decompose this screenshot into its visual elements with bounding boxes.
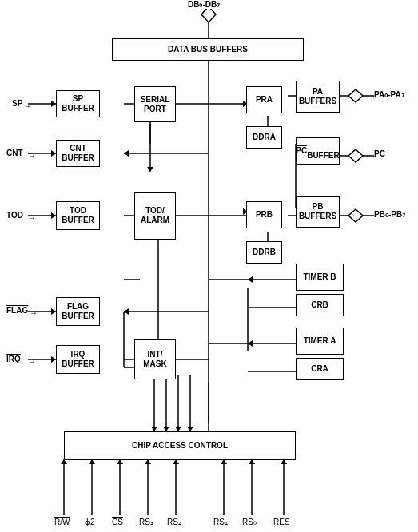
svg-marker-35 [348, 89, 363, 102]
timer-b-box: TIMER B [296, 264, 344, 291]
svg-marker-39 [348, 149, 363, 162]
svg-marker-48 [248, 276, 253, 283]
cnt-buffer-box: CNTBUFFER [56, 140, 100, 167]
flag-buffer-box: FLAGBUFFER [56, 297, 100, 326]
pb-signal-label: PB₀-PB₇ [374, 210, 405, 219]
svg-marker-44 [348, 209, 363, 222]
cnt-arrow: → [28, 151, 36, 160]
pa-signal-label: PA₀-PA₇ [374, 90, 404, 99]
svg-marker-51 [248, 340, 253, 347]
flag-arrow: → [30, 308, 38, 317]
serial-port-box: SERIALPORT [134, 86, 176, 122]
pra-box: PRA [246, 86, 282, 113]
tod-buffer-box: TODBUFFER [56, 201, 100, 230]
flag-signal-label: FLAG [6, 306, 28, 315]
pc-signal-label: PC [374, 149, 385, 158]
irq-arrow: → [28, 357, 36, 366]
svg-marker-11 [124, 150, 129, 157]
ddra-box: DDRA [246, 126, 282, 149]
rs1-label: RS₁ [213, 518, 228, 526]
cs-label: CS [112, 518, 123, 526]
tod-alarm-box: TOD/ALARM [134, 192, 176, 240]
svg-marker-0 [201, 6, 216, 22]
db-label: DB₀-DB₇ [188, 0, 220, 9]
ddrb-box: DDRB [246, 241, 282, 264]
tod-signal-label: TOD [6, 211, 23, 220]
cnt-signal-label: CNT [6, 149, 23, 157]
timer-a-box: TIMER A [296, 328, 344, 355]
rs2-label: RS₂ [167, 518, 181, 526]
chip-access-box: CHIP ACCESS CONTROL [64, 431, 296, 460]
sp-signal-label: SP [12, 99, 22, 108]
rs3-label: RS₃ [139, 518, 153, 526]
irq-buffer-box: IRQBUFFER [56, 345, 100, 374]
pa-buffers-box: PABUFFERS [296, 81, 340, 113]
res-label: RES [273, 518, 290, 526]
rw-label: R/W [54, 518, 70, 526]
int-mask-box: INT/MASK [134, 339, 176, 379]
crb-box: CRB [296, 294, 344, 316]
svg-marker-20 [124, 308, 129, 315]
sp-arrow: → [23, 101, 31, 110]
tod-arrow: → [28, 213, 36, 222]
pb-buffers-box: PBBUFFERS [296, 196, 340, 228]
sp-buffer-box: SPBUFFER [56, 90, 100, 117]
prb-box: PRB [246, 201, 282, 228]
diagram: DB₀-DB₇ DATA BUS BUFFERS SP → SPBUFFER S… [0, 0, 418, 532]
data-bus-buffers-box: DATA BUS BUFFERS [112, 38, 304, 61]
phi2-label: ϕ2 [85, 518, 95, 526]
svg-marker-82 [147, 167, 153, 172]
rs0-label: RS₀ [242, 518, 257, 526]
pc-buffer-box: PCBUFFER [296, 137, 340, 165]
cra-box: CRA [296, 358, 344, 380]
irq-signal-label: IRQ [6, 355, 21, 363]
